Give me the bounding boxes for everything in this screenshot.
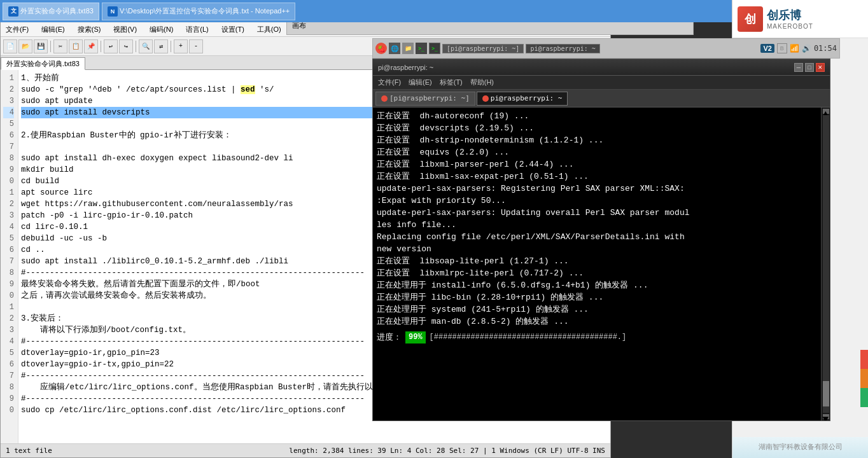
brand-header: 创 创乐博 MAKEROBOT [732,0,868,38]
menu-encode[interactable]: 编码(N) [147,24,176,35]
menu-file[interactable]: 文件(F) [3,24,31,35]
toolbar-replace[interactable]: ⇄ [154,39,168,53]
toolbar-open[interactable]: 📂 [18,39,32,53]
menu-search[interactable]: 搜索(S) [75,24,104,35]
terminal-line-8: :Expat with priority 50... [377,195,817,207]
terminal-line-7: update-perl-sax-parsers: Registering Per… [377,183,817,195]
line-num: 3 [3,95,14,107]
folder-icon[interactable]: 📁 [402,43,414,54]
toolbar-sep1 [50,41,51,52]
toolbar-zoom-in[interactable]: + [174,39,188,53]
line-num: 6 [3,244,14,256]
notepad-tab-label: 外置实验命令词典.txt83 [6,59,80,69]
vnc-menu-edit[interactable]: 编辑(E) [409,78,432,87]
pi-address-label: [pi@raspberrypi: ~] [442,44,524,53]
line-num: 8 [3,267,14,279]
terminal-line-9: update-perl-sax-parsers: Updating overal… [377,207,817,219]
vnc-menu-tags[interactable]: 标签(T) [440,78,463,87]
color-strips [860,350,868,407]
toolbar-redo[interactable]: ↪ [119,39,133,53]
line-num: 0 [3,405,14,416]
toolbar-save[interactable]: 💾 [34,39,48,53]
vnc-title-text: pi@raspberrypi: ~ [378,64,433,71]
terminal2-icon[interactable]: >_ [429,43,440,54]
brand-logo-symbol: 创 [745,11,756,27]
globe-icon[interactable]: 🌐 [389,43,400,54]
toolbar-copy[interactable]: 📋 [69,39,83,53]
vnc-pi-tabs: [pi@raspberrypi: ~] pi@raspberrypi: ~ [373,90,830,108]
taskbar-notepad-full-label: V:\Desktop\外置遥控信号实验命令词典.txt - Notepad++ [120,6,290,16]
vnc-close-btn[interactable]: ✕ [816,63,825,72]
vnc-menu-file[interactable]: 文件(F) [378,78,401,87]
progress-bar-row: 进度： 99% [###############################… [377,331,817,344]
globe-symbol: 🌐 [391,45,398,52]
v2-badge: V2 [760,44,774,53]
terminal-line-10: les info file... [377,219,817,231]
pi-tab-2[interactable]: pi@raspberrypi: ~ [477,92,568,106]
status-info: length: 2,384 lines: 39 Ln: 4 Col: 28 Se… [289,447,605,455]
menu-settings[interactable]: 设置(T) [219,24,247,35]
vnc-menu-help[interactable]: 帮助(H) [470,78,494,87]
terminal-symbol: >_ [418,46,424,52]
image-canvas-label: 画布 [292,21,306,31]
vnc-connection-bar: 🍓 🌐 📁 >_ >_ [pi@raspberrypi: ~] pi@raspb… [372,38,840,59]
line-num: 7 [3,256,14,267]
menu-lang[interactable]: 语言(L) [183,24,211,35]
line-num: 7 [3,141,14,153]
scrollbar-track[interactable] [823,115,829,413]
vnc-maximize-btn[interactable]: □ [805,63,814,72]
terminal-line-3: 正在设置 dh-strip-nondeterminism (1.1.2-1) .… [377,134,817,146]
line-num: 4 [3,221,14,233]
notepad-status-bar: 1 text file length: 2,384 lines: 39 Ln: … [1,443,610,457]
scrollbar-thumb[interactable] [823,381,829,406]
toolbar-find[interactable]: 🔍 [139,39,153,53]
color-red [860,350,868,369]
brand-chinese-name: 创乐博 [767,8,813,23]
toolbar-new[interactable]: 📄 [3,39,17,53]
color-orange [860,369,868,388]
terminal-area: 正在设置 dh-autoreconf (19) ... 正在设置 devscri… [373,108,830,420]
line-num: 6 [3,130,14,141]
vnc-title-bar: pi@raspberrypi: ~ ─ □ ✕ [373,59,830,76]
terminal-icon[interactable]: >_ [416,43,427,54]
status-file-type: 1 text file [6,447,52,455]
line-num: 6 [3,359,14,370]
line-num: 4 [3,336,14,347]
menu-edit[interactable]: 编辑(E) [39,24,67,35]
line-num: 3 [3,210,14,221]
vnc-minimize-btn[interactable]: ─ [794,63,803,72]
terminal-line-18: 正在处理用于 man-db (2.8.5-2) 的触发器 ... [377,316,817,328]
terminal-line-4: 正在设置 equivs (2.2.0) ... [377,146,817,158]
terminal-scrollbar[interactable]: ▲ ▼ [821,108,830,420]
toolbar-zoom-out[interactable]: - [189,39,203,53]
pi-icon-1 [381,95,388,102]
scrollbar-down-btn[interactable]: ▼ [823,414,829,419]
terminal-line-1: 正在设置 dh-autoreconf (19) ... [377,110,817,122]
vnc-window-controls: ─ □ ✕ [794,63,825,72]
line-num: 5 [3,233,14,244]
terminal-body[interactable]: 正在设置 dh-autoreconf (19) ... 正在设置 devscri… [373,108,821,420]
vnc-right-controls: V2 B 📶 🔊 01:54 [760,43,837,53]
pi-tab-1[interactable]: [pi@raspberrypi: ~] [375,92,475,106]
terminal-line-13: 正在设置 libsoap-lite-perl (1.27-1) ... [377,255,817,267]
notepad-active-tab[interactable]: 外置实验命令词典.txt83 [1,57,85,70]
menu-view[interactable]: 视图(V) [111,24,139,35]
toolbar-undo[interactable]: ↩ [104,39,118,53]
terminal-line-17: 正在处理用于 systemd (241-5+rpi1) 的触发器 ... [377,303,817,316]
vnc-menu-bar: 文件(F) 编辑(E) 标签(T) 帮助(H) [373,76,830,90]
line-numbers: 1 2 3 4 5 6 7 8 9 0 1 2 3 4 5 6 7 8 9 0 … [1,70,18,443]
taskbar-notepad-full[interactable]: N V:\Desktop\外置遥控信号实验命令词典.txt - Notepad+… [102,3,295,20]
vnc-window: pi@raspberrypi: ~ ─ □ ✕ 文件(F) 编辑(E) 标签(T… [372,59,830,421]
notepad-full-icon: N [108,6,118,17]
toolbar-cut[interactable]: ✂ [53,39,67,53]
brand-english-name: MAKEROBOT [767,23,813,30]
line-num: 1 [3,187,14,198]
menu-tools[interactable]: 工具(O) [255,24,284,35]
toolbar-paste[interactable]: 📌 [84,39,98,53]
taskbar-notepad-small[interactable]: 文 外置实验命令词典.txt83 [3,3,99,20]
line-num: 0 [3,176,14,187]
volume-icon: 🔊 [802,44,811,53]
scrollbar-up-btn[interactable]: ▲ [823,109,829,114]
raspberry-symbol: 🍓 [377,45,385,52]
terminal-line-15: 正在处理用于 install-info (6.5.0.dfsg.1-4+b1) … [377,279,817,291]
